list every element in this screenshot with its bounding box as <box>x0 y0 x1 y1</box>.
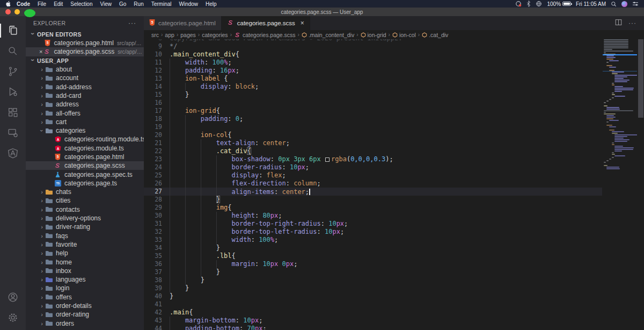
tree-item-categories.module.ts[interactable]: Acategories.module.ts <box>26 144 144 153</box>
tree-item-favorite[interactable]: ›favorite <box>26 240 144 249</box>
breadcrumb-item-src[interactable]: src <box>151 32 159 38</box>
tab-categories.page.scss[interactable]: categories.page.scss× <box>222 16 310 30</box>
tree-item-login[interactable]: ›login <box>26 284 144 292</box>
tree-item-address[interactable]: ›address <box>26 100 144 109</box>
menu-view[interactable]: View <box>97 1 116 7</box>
breadcrumb-item-categories.page.scss[interactable]: categories.page.scss <box>234 32 296 38</box>
tree-item-help[interactable]: ›help <box>26 249 144 257</box>
keyboard-layout-icon[interactable] <box>536 1 542 7</box>
code-line-19[interactable]: 19 <box>144 123 602 131</box>
breadcrumb-item-ion-col[interactable]: ion-col <box>392 32 416 38</box>
tree-item-languages[interactable]: ›languages <box>26 275 144 284</box>
code-line-34[interactable]: 34} <box>144 244 602 252</box>
tree-item-faqs[interactable]: ›faqs <box>26 232 144 240</box>
tree-item-about[interactable]: ›about <box>26 65 144 74</box>
breadcrumb-item-pages[interactable]: pages <box>180 32 196 38</box>
minimap[interactable] <box>603 39 637 330</box>
tree-item-home[interactable]: ›home <box>26 257 144 266</box>
code-line-17[interactable]: 17ion-grid{ <box>144 107 602 115</box>
menu-app[interactable]: Code <box>13 1 34 7</box>
close-editor-icon[interactable]: × <box>39 48 43 55</box>
code-line-41[interactable]: 41 <box>144 300 602 309</box>
explorer-icon[interactable] <box>0 20 26 41</box>
minimize-window-button[interactable] <box>14 9 20 15</box>
code-line-35[interactable]: 35.lbl{ <box>144 252 602 260</box>
tree-item-inbox[interactable]: ›inbox <box>26 267 144 275</box>
tree-item-contacts[interactable]: ›contacts <box>26 205 144 214</box>
breadcrumb-item-categories[interactable]: categories <box>202 32 228 38</box>
code-line-22[interactable]: 22.cat_div{ <box>144 147 602 155</box>
menu-run[interactable]: Run <box>130 1 147 7</box>
settings-gear-icon[interactable] <box>0 307 26 328</box>
code-line-25[interactable]: 25display: flex; <box>144 171 602 180</box>
tree-item-offers[interactable]: ›offers <box>26 293 144 302</box>
tree-item-driver-rating[interactable]: ›driver-rating <box>26 223 144 231</box>
breadcrumb-item-ion-grid[interactable]: ion-grid <box>361 32 386 38</box>
code-line-27[interactable]: 27align-items: center; <box>144 188 602 196</box>
tree-item-order-details[interactable]: ›order-details <box>26 302 144 310</box>
menu-help[interactable]: Help <box>202 1 221 7</box>
tree-item-account[interactable]: ›account <box>26 74 144 82</box>
tab-categories.page.html[interactable]: 5categories.page.html <box>144 16 222 30</box>
code-line-16[interactable]: 16 <box>144 99 602 107</box>
tree-item-cart[interactable]: ›cart <box>26 118 144 126</box>
siri-icon[interactable] <box>621 1 627 7</box>
code-line-31[interactable]: 31border-top-right-radius: 10px; <box>144 220 602 228</box>
code-line-11[interactable]: 11width: 100%; <box>144 59 602 67</box>
code-line-21[interactable]: 21text-align: center; <box>144 139 602 147</box>
code-line-24[interactable]: 24border-radius: 10px; <box>144 163 602 171</box>
menu-edit[interactable]: Edit <box>50 1 67 7</box>
open-editor-categories.page.scss[interactable]: ×categories.page.scsssrc/app/pages/cate.… <box>26 47 144 56</box>
tree-item-cities[interactable]: ›cities <box>26 196 144 205</box>
tree-item-categories[interactable]: ›categories <box>26 126 144 135</box>
tree-item-chats[interactable]: ›chats <box>26 188 144 196</box>
control-center-icon[interactable] <box>632 1 639 6</box>
window-title-bar[interactable]: categories.page.scss — User_app <box>0 8 644 16</box>
code-line-10[interactable]: 10.main_content_div{ <box>144 51 602 59</box>
code-line-39[interactable]: 39} <box>144 284 602 292</box>
code-line-40[interactable]: 40} <box>144 292 602 300</box>
tree-item-categories.page.ts[interactable]: TScategories.page.ts <box>26 179 144 188</box>
breadcrumb-item-.main_content_div[interactable]: .main_content_div <box>302 32 354 38</box>
tree-item-orders[interactable]: ›orders <box>26 319 144 328</box>
tree-item-categories.page.scss[interactable]: categories.page.scss <box>26 161 144 170</box>
menu-file[interactable]: File <box>34 1 50 7</box>
menu-terminal[interactable]: Terminal <box>148 1 175 7</box>
app-status-icon[interactable] <box>515 1 522 7</box>
apple-logo-icon[interactable] <box>5 1 11 7</box>
open-editor-categories.page.html[interactable]: 5categories.page.htmlsrc/app/pages/cate.… <box>26 39 144 47</box>
code-line-23[interactable]: 23box-shadow: 0px 3px 6px rgba(0,0,0,0.3… <box>144 155 602 163</box>
breadcrumb-item-.cat_div[interactable]: .cat_div <box>422 32 448 38</box>
tree-item-delivery-options[interactable]: ›delivery-options <box>26 214 144 223</box>
close-window-button[interactable] <box>5 9 11 15</box>
menu-selection[interactable]: Selection <box>67 1 96 7</box>
bluetooth-icon[interactable] <box>526 1 531 7</box>
battery-indicator[interactable]: 100% <box>547 1 571 7</box>
code-line-26[interactable]: 26flex-direction: column; <box>144 180 602 188</box>
code-line-37[interactable]: 37} <box>144 268 602 276</box>
code-line-14[interactable]: 14display: block; <box>144 83 602 91</box>
code-line-9[interactable]: 9*/ <box>144 42 602 51</box>
code-line-18[interactable]: 18padding: 0; <box>144 115 602 123</box>
code-line-32[interactable]: 32border-top-left-radius: 10px; <box>144 228 602 236</box>
code-line-44[interactable]: 44padding-bottom: 70px; <box>144 325 602 330</box>
editor-scrollbar[interactable] <box>638 39 644 330</box>
breadcrumb-item-app[interactable]: app <box>165 32 174 38</box>
angular-extension-icon[interactable] <box>0 143 26 163</box>
menu-clock[interactable]: Fri 11:05 AM <box>576 1 606 7</box>
code-area[interactable]: 8copyright and Good Faith Purchasers © 2… <box>144 39 644 330</box>
code-line-43[interactable]: 43margin-bottom: 10px; <box>144 317 602 325</box>
menu-go[interactable]: Go <box>115 1 130 7</box>
run-debug-icon[interactable] <box>0 82 26 102</box>
tree-item-categories.page.html[interactable]: 5categories.page.html <box>26 153 144 161</box>
explorer-more-actions-icon[interactable]: ··· <box>128 19 136 27</box>
code-line-20[interactable]: 20ion-col{ <box>144 131 602 139</box>
tree-item-categories.page.spec.ts[interactable]: categories.page.spec.ts <box>26 170 144 178</box>
tree-item-categories-routing.module.ts[interactable]: Acategories-routing.module.ts <box>26 135 144 144</box>
tree-item-all-offers[interactable]: ›all-offers <box>26 109 144 117</box>
code-line-12[interactable]: 12padding: 16px; <box>144 67 602 75</box>
remote-explorer-icon[interactable] <box>0 123 26 143</box>
code-line-42[interactable]: 42.main{ <box>144 309 602 317</box>
open-editors-section[interactable]: › OPEN EDITORS <box>26 30 144 39</box>
tree-item-order-rating[interactable]: ›order-rating <box>26 310 144 319</box>
